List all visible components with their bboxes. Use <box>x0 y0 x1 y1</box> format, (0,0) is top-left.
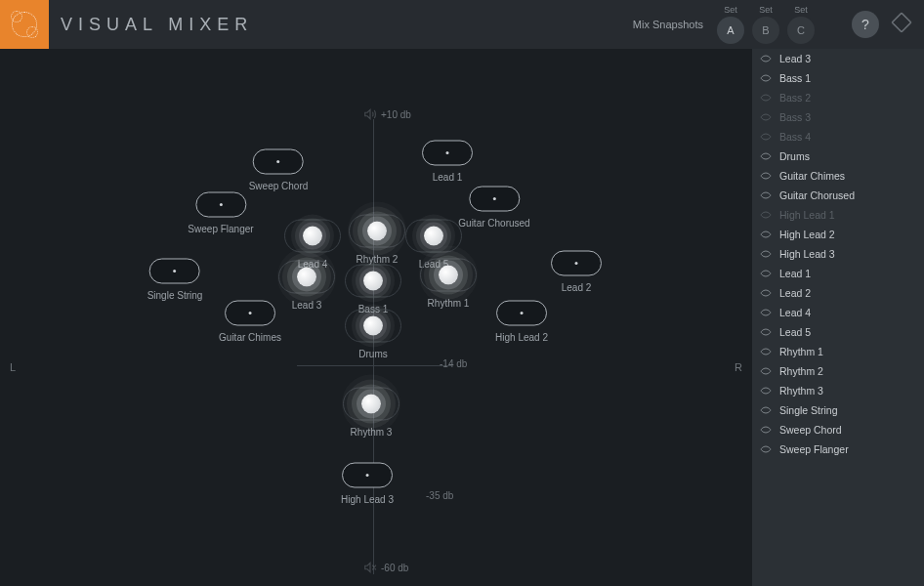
node-puck[interactable] <box>342 463 393 488</box>
svg-point-5 <box>765 155 768 158</box>
mixer-node-lead-3[interactable]: Lead 3 <box>278 261 335 311</box>
node-label: Lead 3 <box>292 300 322 311</box>
snapshot-letter[interactable]: B <box>752 17 779 44</box>
mixer-node-sweep-flanger[interactable]: Sweep Flanger <box>188 192 253 234</box>
snapshot-letter[interactable]: C <box>787 17 815 44</box>
visibility-toggle-icon[interactable] <box>760 53 772 64</box>
track-row[interactable]: Bass 1 <box>752 68 924 88</box>
visibility-toggle-icon[interactable] <box>760 268 772 279</box>
track-row[interactable]: Lead 5 <box>752 322 924 342</box>
node-puck[interactable] <box>469 187 520 212</box>
snapshot-c[interactable]: SetC <box>787 5 815 44</box>
track-row[interactable]: Lead 4 <box>752 303 924 322</box>
node-label: Guitar Chorused <box>458 218 529 229</box>
mixer-node-drums[interactable]: Drums <box>345 310 401 359</box>
node-puck[interactable] <box>349 215 405 248</box>
track-row[interactable]: Rhythm 1 <box>752 342 924 361</box>
mixer-node-single-string[interactable]: Single String <box>147 259 203 301</box>
mixer-node-high-lead-2[interactable]: High Lead 2 <box>495 301 548 343</box>
svg-point-17 <box>765 390 768 393</box>
mixer-node-lead-1[interactable]: Lead 1 <box>422 141 473 183</box>
mixer-node-rhythm-1[interactable]: Rhythm 1 <box>420 259 477 309</box>
help-button[interactable]: ? <box>852 11 879 38</box>
track-row[interactable]: Bass 3 <box>752 107 924 127</box>
node-puck[interactable] <box>225 301 275 326</box>
visibility-toggle-icon[interactable] <box>760 92 772 104</box>
node-puck[interactable] <box>345 265 401 298</box>
node-puck[interactable] <box>420 259 477 292</box>
node-puck[interactable] <box>345 310 401 343</box>
node-puck[interactable] <box>422 141 473 166</box>
node-label: Drums <box>358 349 387 359</box>
node-puck[interactable] <box>551 251 602 276</box>
node-label: Lead 2 <box>562 282 592 293</box>
track-row[interactable]: Single String <box>752 400 924 420</box>
svg-point-6 <box>765 175 768 178</box>
track-row[interactable]: Drums <box>752 146 924 166</box>
track-row[interactable]: High Lead 1 <box>752 205 924 225</box>
mixer-node-high-lead-3[interactable]: High Lead 3 <box>341 463 394 505</box>
track-row[interactable]: Guitar Chorused <box>752 186 924 205</box>
visibility-toggle-icon[interactable] <box>760 72 772 84</box>
mixer-stage[interactable]: +10 db -14 db -35 db -60 db L R Sweep Ch… <box>0 49 752 586</box>
svg-point-8 <box>765 214 768 217</box>
visibility-toggle-icon[interactable] <box>760 346 772 357</box>
track-row[interactable]: Bass 4 <box>752 127 924 146</box>
node-puck[interactable] <box>496 301 547 326</box>
mixer-node-sweep-chord[interactable]: Sweep Chord <box>249 149 309 191</box>
track-label: Lead 3 <box>779 53 811 64</box>
visibility-toggle-icon[interactable] <box>760 131 772 143</box>
visibility-toggle-icon[interactable] <box>760 365 772 377</box>
snapshot-letter[interactable]: A <box>717 17 744 44</box>
mixer-node-lead-2[interactable]: Lead 2 <box>551 251 602 293</box>
visibility-toggle-icon[interactable] <box>760 111 772 123</box>
track-label: Lead 1 <box>779 268 811 279</box>
mixer-node-rhythm-3[interactable]: Rhythm 3 <box>343 388 399 438</box>
mixer-node-rhythm-2[interactable]: Rhythm 2 <box>349 215 405 265</box>
track-row[interactable]: Sweep Chord <box>752 420 924 440</box>
visibility-toggle-icon[interactable] <box>760 385 772 397</box>
track-row[interactable]: High Lead 3 <box>752 244 924 264</box>
mixer-node-guitar-chimes[interactable]: Guitar Chimes <box>219 301 281 343</box>
visibility-toggle-icon[interactable] <box>760 150 772 162</box>
visibility-toggle-icon[interactable] <box>760 170 772 182</box>
node-puck[interactable] <box>284 220 341 253</box>
visibility-toggle-icon[interactable] <box>760 404 772 416</box>
visibility-toggle-icon[interactable] <box>760 307 772 318</box>
track-row[interactable]: Lead 2 <box>752 283 924 303</box>
mixer-node-guitar-chorused[interactable]: Guitar Chorused <box>458 187 529 229</box>
mixer-node-bass-1[interactable]: Bass 1 <box>345 265 401 314</box>
node-label: Guitar Chimes <box>219 332 281 343</box>
track-row[interactable]: Lead 1 <box>752 264 924 283</box>
visibility-toggle-icon[interactable] <box>760 189 772 201</box>
track-row[interactable]: Rhythm 2 <box>752 361 924 381</box>
visibility-toggle-icon[interactable] <box>760 248 772 260</box>
node-puck[interactable] <box>149 259 200 284</box>
node-puck[interactable] <box>405 220 462 253</box>
track-row[interactable]: Bass 2 <box>752 88 924 107</box>
snapshot-set-label: Set <box>794 5 808 15</box>
node-puck[interactable] <box>253 149 304 175</box>
node-puck[interactable] <box>278 261 335 294</box>
track-row[interactable]: Sweep Flanger <box>752 440 924 459</box>
visibility-toggle-icon[interactable] <box>760 424 772 436</box>
snapshot-set-label: Set <box>759 5 773 15</box>
visibility-toggle-icon[interactable] <box>760 229 772 240</box>
track-row[interactable]: Lead 3 <box>752 49 924 68</box>
visibility-toggle-icon[interactable] <box>760 209 772 221</box>
visibility-toggle-icon[interactable] <box>760 443 772 455</box>
node-puck[interactable] <box>343 388 399 421</box>
visibility-toggle-icon[interactable] <box>760 326 772 338</box>
visibility-toggle-icon[interactable] <box>760 287 772 299</box>
settings-icon[interactable] <box>889 10 914 39</box>
node-puck[interactable] <box>195 192 246 218</box>
brand-logo <box>0 0 49 49</box>
snapshot-b[interactable]: SetB <box>752 5 779 44</box>
track-row[interactable]: High Lead 2 <box>752 225 924 244</box>
snapshot-a[interactable]: SetA <box>717 5 744 44</box>
track-row[interactable]: Guitar Chimes <box>752 166 924 186</box>
node-label: Single String <box>147 290 203 301</box>
svg-point-18 <box>765 409 768 412</box>
track-list[interactable]: Lead 3Bass 1Bass 2Bass 3Bass 4DrumsGuita… <box>752 49 924 586</box>
track-row[interactable]: Rhythm 3 <box>752 381 924 400</box>
